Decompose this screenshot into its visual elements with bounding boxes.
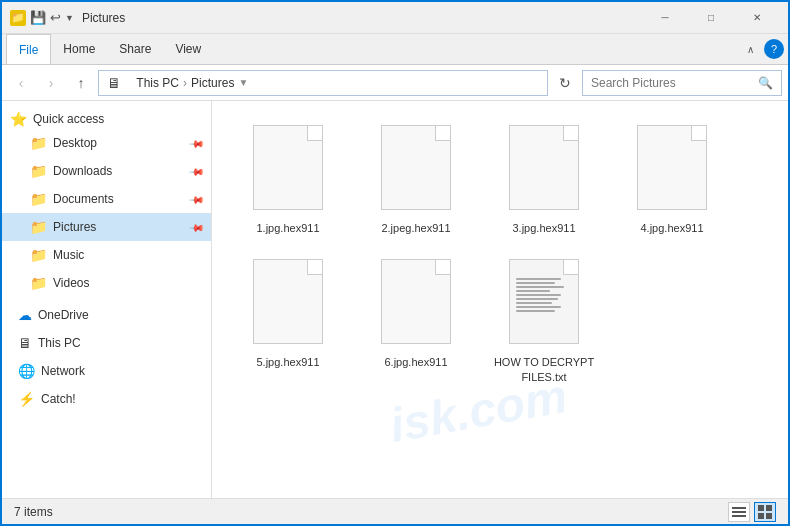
ribbon-tabs: File Home Share View ∧ ? bbox=[2, 34, 788, 64]
item-count: 7 items bbox=[14, 505, 53, 519]
tab-home[interactable]: Home bbox=[51, 34, 107, 64]
list-view-icon bbox=[732, 505, 746, 519]
file-item[interactable]: 4.jpg.hex911 bbox=[612, 117, 732, 243]
file-icon-7 bbox=[504, 259, 584, 349]
window-title: Pictures bbox=[82, 11, 642, 25]
file-icon-5 bbox=[248, 259, 328, 349]
corner-4 bbox=[692, 126, 706, 140]
forward-button[interactable]: › bbox=[38, 70, 64, 96]
file-item[interactable]: 1.jpg.hex911 bbox=[228, 117, 348, 243]
folder-icon: 📁 bbox=[30, 191, 47, 207]
file-item[interactable]: 2.jpeg.hex911 bbox=[356, 117, 476, 243]
window-controls: ─ □ ✕ bbox=[642, 2, 780, 34]
grid-view-button[interactable] bbox=[754, 502, 776, 522]
file-item[interactable]: 5.jpg.hex911 bbox=[228, 251, 348, 392]
sidebar-item-pictures[interactable]: 📁 Pictures 📌 bbox=[2, 213, 211, 241]
downloads-label: Downloads bbox=[53, 164, 112, 178]
corner-7 bbox=[564, 260, 578, 274]
tab-view[interactable]: View bbox=[163, 34, 213, 64]
file-item[interactable]: 3.jpg.hex911 bbox=[484, 117, 604, 243]
catch-icon: ⚡ bbox=[18, 391, 35, 407]
refresh-button[interactable]: ↻ bbox=[552, 70, 578, 96]
sidebar: ⭐ Quick access 📁 Desktop 📌 📁 Downloads 📌… bbox=[2, 101, 212, 498]
search-icon[interactable]: 🔍 bbox=[758, 76, 773, 90]
pin-icon-pictures: 📌 bbox=[189, 219, 205, 235]
file-item[interactable]: HOW TO DECRYPT FILES.txt bbox=[484, 251, 604, 392]
file-icon-1 bbox=[248, 125, 328, 215]
search-box[interactable]: 🔍 bbox=[582, 70, 782, 96]
path-part-pictures[interactable]: Pictures bbox=[191, 76, 234, 90]
corner-1 bbox=[308, 126, 322, 140]
title-dropdown-icon[interactable]: ▼ bbox=[65, 13, 74, 23]
videos-label: Videos bbox=[53, 276, 89, 290]
path-part-thispc[interactable]: This PC bbox=[136, 76, 179, 90]
tab-share[interactable]: Share bbox=[107, 34, 163, 64]
title-bar-icons: 📁 💾 ↩ ▼ bbox=[10, 10, 74, 26]
sidebar-item-downloads[interactable]: 📁 Downloads 📌 bbox=[2, 157, 211, 185]
sidebar-item-onedrive[interactable]: ☁ OneDrive bbox=[2, 301, 211, 329]
explorer-window: 📁 💾 ↩ ▼ Pictures ─ □ ✕ File Home Share V… bbox=[0, 0, 790, 526]
back-button[interactable]: ‹ bbox=[8, 70, 34, 96]
svg-rect-6 bbox=[766, 513, 772, 519]
up-button[interactable]: ↑ bbox=[68, 70, 94, 96]
file-page-1 bbox=[253, 125, 323, 210]
file-icon-3 bbox=[504, 125, 584, 215]
file-page-6 bbox=[381, 259, 451, 344]
minimize-button[interactable]: ─ bbox=[642, 2, 688, 34]
search-input[interactable] bbox=[591, 76, 758, 90]
file-grid: 1.jpg.hex911 2.jpeg.hex911 bbox=[220, 109, 780, 400]
corner-5 bbox=[308, 260, 322, 274]
quick-access-undo-icon[interactable]: ↩ bbox=[50, 10, 61, 25]
quick-access-label: Quick access bbox=[33, 112, 104, 126]
documents-label: Documents bbox=[53, 192, 114, 206]
star-icon: ⭐ bbox=[10, 111, 27, 127]
sidebar-item-thispc[interactable]: 🖥 This PC bbox=[2, 329, 211, 357]
file-item[interactable]: 6.jpg.hex911 bbox=[356, 251, 476, 392]
corner-3 bbox=[564, 126, 578, 140]
close-button[interactable]: ✕ bbox=[734, 2, 780, 34]
folder-icon: 📁 bbox=[30, 275, 47, 291]
address-path[interactable]: 🖥 This PC › Pictures ▼ bbox=[98, 70, 548, 96]
music-label: Music bbox=[53, 248, 84, 262]
view-controls bbox=[728, 502, 776, 522]
network-label: Network bbox=[41, 364, 85, 378]
file-page-2 bbox=[381, 125, 451, 210]
file-icon-6 bbox=[376, 259, 456, 349]
file-icon-4 bbox=[632, 125, 712, 215]
file-name-6: 6.jpg.hex911 bbox=[385, 355, 448, 369]
file-name-5: 5.jpg.hex911 bbox=[257, 355, 320, 369]
file-name-2: 2.jpeg.hex911 bbox=[381, 221, 450, 235]
sidebar-item-music[interactable]: 📁 Music bbox=[2, 241, 211, 269]
list-view-button[interactable] bbox=[728, 502, 750, 522]
main-content: ⭐ Quick access 📁 Desktop 📌 📁 Downloads 📌… bbox=[2, 101, 788, 498]
folder-icon: 📁 bbox=[30, 219, 47, 235]
sidebar-item-documents[interactable]: 📁 Documents 📌 bbox=[2, 185, 211, 213]
pictures-label: Pictures bbox=[53, 220, 96, 234]
svg-rect-0 bbox=[732, 507, 746, 509]
file-area: isk.com 1.jpg.hex911 bbox=[212, 101, 788, 498]
title-bar: 📁 💾 ↩ ▼ Pictures ─ □ ✕ bbox=[2, 2, 788, 34]
svg-rect-1 bbox=[732, 511, 746, 513]
file-name-7: HOW TO DECRYPT FILES.txt bbox=[488, 355, 600, 384]
sidebar-item-desktop[interactable]: 📁 Desktop 📌 bbox=[2, 129, 211, 157]
network-icon: 🌐 bbox=[18, 363, 35, 379]
sidebar-item-videos[interactable]: 📁 Videos bbox=[2, 269, 211, 297]
tab-file[interactable]: File bbox=[6, 34, 51, 64]
ribbon-help-icon[interactable]: ? bbox=[764, 39, 784, 59]
quick-access-save-icon[interactable]: 💾 bbox=[30, 10, 46, 25]
onedrive-label: OneDrive bbox=[38, 308, 89, 322]
file-page-3 bbox=[509, 125, 579, 210]
path-root-icon: 🖥 bbox=[107, 75, 121, 91]
folder-icon: 📁 bbox=[30, 247, 47, 263]
folder-icon: 📁 bbox=[30, 135, 47, 151]
thispc-label: This PC bbox=[38, 336, 81, 350]
sidebar-item-network[interactable]: 🌐 Network bbox=[2, 357, 211, 385]
sidebar-item-quick-access[interactable]: ⭐ Quick access bbox=[2, 105, 211, 129]
maximize-button[interactable]: □ bbox=[688, 2, 734, 34]
pin-icon: 📌 bbox=[189, 135, 205, 151]
path-dropdown-icon[interactable]: ▼ bbox=[238, 77, 248, 88]
window-folder-icon: 📁 bbox=[10, 10, 26, 26]
status-bar: 7 items bbox=[2, 498, 788, 524]
ribbon-collapse-icon[interactable]: ∧ bbox=[741, 44, 760, 55]
sidebar-item-catch[interactable]: ⚡ Catch! bbox=[2, 385, 211, 413]
